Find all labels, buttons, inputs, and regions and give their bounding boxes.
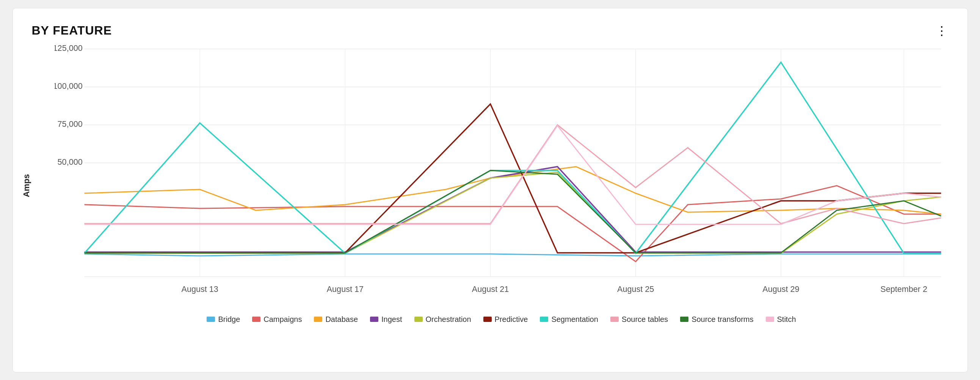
legend-item-segmentation: Segmentation [540, 315, 598, 324]
legend-item-orchestration: Orchestration [414, 315, 471, 324]
legend-label-source-transforms: Source transforms [692, 315, 753, 324]
chart-area: Amps 125,000 100,000 75,000 [32, 42, 948, 330]
menu-icon[interactable]: ⋮ [935, 24, 948, 38]
legend-label-bridge: Bridge [218, 315, 240, 324]
legend-color-predictive [484, 317, 492, 322]
svg-text:August 17: August 17 [326, 284, 363, 294]
legend-label-orchestration: Orchestration [426, 315, 471, 324]
legend-color-ingest [370, 317, 379, 322]
chart-title: BY FEATURE [32, 24, 948, 38]
legend: BridgeCampaignsDatabaseIngestOrchestrati… [54, 309, 948, 330]
legend-item-database: Database [314, 315, 358, 324]
legend-item-source-tables: Source tables [610, 315, 668, 324]
legend-color-database [314, 317, 322, 322]
legend-item-campaigns: Campaigns [252, 315, 302, 324]
svg-text:125,000: 125,000 [54, 43, 83, 53]
legend-color-campaigns [252, 317, 261, 322]
legend-color-segmentation [540, 317, 548, 322]
legend-item-source-transforms: Source transforms [680, 315, 753, 324]
legend-item-stitch: Stitch [766, 315, 796, 324]
legend-color-orchestration [414, 317, 423, 322]
legend-color-source-tables [610, 317, 619, 322]
legend-label-stitch: Stitch [777, 315, 796, 324]
svg-text:100,000: 100,000 [54, 81, 83, 90]
legend-label-source-tables: Source tables [622, 315, 668, 324]
legend-item-bridge: Bridge [207, 315, 240, 324]
legend-label-predictive: Predictive [495, 315, 528, 324]
svg-text:75,000: 75,000 [57, 119, 82, 128]
legend-label-campaigns: Campaigns [264, 315, 302, 324]
legend-color-bridge [207, 317, 215, 322]
legend-label-database: Database [325, 315, 358, 324]
legend-color-source-transforms [680, 317, 689, 322]
legend-label-ingest: Ingest [381, 315, 402, 324]
legend-item-ingest: Ingest [370, 315, 402, 324]
svg-text:August 13: August 13 [181, 284, 218, 294]
svg-text:50,000: 50,000 [57, 157, 82, 166]
chart-card: BY FEATURE ⋮ Amps 125,000 100,000 [13, 8, 968, 372]
legend-label-segmentation: Segmentation [551, 315, 598, 324]
y-axis-label: Amps [21, 174, 31, 197]
chart-svg-container: 125,000 100,000 75,000 50,000 August 13 … [54, 42, 948, 307]
svg-text:August 29: August 29 [762, 284, 799, 294]
svg-text:September 2: September 2 [880, 284, 927, 294]
svg-text:August 25: August 25 [617, 284, 654, 294]
legend-color-stitch [766, 317, 774, 322]
svg-text:August 21: August 21 [472, 284, 508, 294]
legend-item-predictive: Predictive [484, 315, 528, 324]
